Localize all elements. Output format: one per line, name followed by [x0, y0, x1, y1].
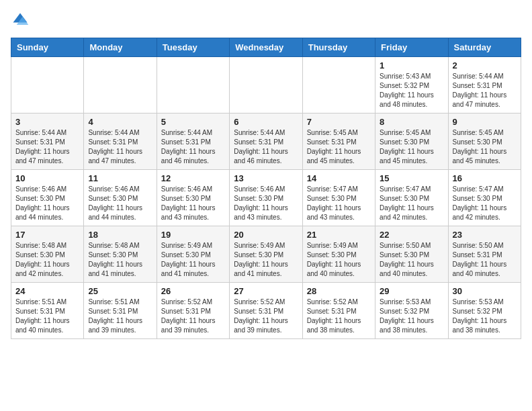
- day-number: 19: [161, 230, 225, 240]
- calendar-cell-4-1: 17Sunrise: 5:48 AM Sunset: 5:30 PM Dayli…: [11, 226, 84, 283]
- calendar-header-saturday: Saturday: [448, 38, 521, 57]
- day-info: Sunrise: 5:53 AM Sunset: 5:32 PM Dayligh…: [453, 298, 517, 335]
- day-number: 9: [453, 117, 517, 127]
- calendar-week-2: 3Sunrise: 5:44 AM Sunset: 5:31 PM Daylig…: [11, 113, 521, 170]
- day-info: Sunrise: 5:49 AM Sunset: 5:30 PM Dayligh…: [307, 241, 371, 279]
- calendar-cell-3-7: 16Sunrise: 5:47 AM Sunset: 5:30 PM Dayli…: [448, 170, 521, 226]
- calendar-header-thursday: Thursday: [302, 38, 375, 57]
- day-number: 8: [380, 117, 443, 127]
- day-number: 26: [161, 286, 225, 296]
- calendar-cell-2-2: 4Sunrise: 5:44 AM Sunset: 5:31 PM Daylig…: [84, 113, 157, 170]
- day-info: Sunrise: 5:49 AM Sunset: 5:30 PM Dayligh…: [161, 241, 225, 279]
- day-info: Sunrise: 5:46 AM Sunset: 5:30 PM Dayligh…: [88, 185, 152, 222]
- day-info: Sunrise: 5:44 AM Sunset: 5:31 PM Dayligh…: [15, 128, 79, 166]
- calendar-cell-1-2: [84, 57, 157, 113]
- day-number: 14: [307, 173, 371, 183]
- calendar-table: SundayMondayTuesdayWednesdayThursdayFrid…: [11, 38, 521, 339]
- day-info: Sunrise: 5:52 AM Sunset: 5:31 PM Dayligh…: [161, 298, 225, 335]
- day-number: 11: [88, 173, 152, 183]
- calendar-cell-4-4: 20Sunrise: 5:49 AM Sunset: 5:30 PM Dayli…: [230, 226, 302, 283]
- day-number: 1: [380, 60, 443, 71]
- day-info: Sunrise: 5:44 AM Sunset: 5:31 PM Dayligh…: [453, 72, 517, 109]
- day-number: 30: [453, 286, 517, 296]
- day-number: 5: [161, 117, 225, 127]
- day-number: 23: [453, 230, 517, 240]
- day-number: 10: [15, 173, 79, 183]
- calendar-cell-4-5: 21Sunrise: 5:49 AM Sunset: 5:30 PM Dayli…: [302, 226, 375, 283]
- calendar-cell-1-4: [230, 57, 302, 113]
- calendar-cell-3-3: 12Sunrise: 5:46 AM Sunset: 5:30 PM Dayli…: [157, 170, 229, 226]
- day-info: Sunrise: 5:52 AM Sunset: 5:31 PM Dayligh…: [307, 298, 371, 335]
- day-info: Sunrise: 5:44 AM Sunset: 5:31 PM Dayligh…: [88, 128, 152, 166]
- day-number: 24: [15, 286, 79, 296]
- day-number: 16: [453, 173, 517, 183]
- calendar-cell-3-5: 14Sunrise: 5:47 AM Sunset: 5:30 PM Dayli…: [302, 170, 375, 226]
- calendar-week-4: 17Sunrise: 5:48 AM Sunset: 5:30 PM Dayli…: [11, 226, 521, 283]
- day-info: Sunrise: 5:46 AM Sunset: 5:30 PM Dayligh…: [15, 185, 79, 222]
- day-info: Sunrise: 5:51 AM Sunset: 5:31 PM Dayligh…: [88, 298, 152, 335]
- page-header: [11, 11, 521, 30]
- day-number: 18: [88, 230, 152, 240]
- day-info: Sunrise: 5:49 AM Sunset: 5:30 PM Dayligh…: [234, 241, 298, 279]
- calendar-cell-5-5: 28Sunrise: 5:52 AM Sunset: 5:31 PM Dayli…: [302, 283, 375, 339]
- calendar-cell-5-1: 24Sunrise: 5:51 AM Sunset: 5:31 PM Dayli…: [11, 283, 84, 339]
- calendar-cell-5-2: 25Sunrise: 5:51 AM Sunset: 5:31 PM Dayli…: [84, 283, 157, 339]
- day-number: 13: [234, 173, 298, 183]
- day-number: 12: [161, 173, 225, 183]
- calendar-cell-1-7: 2Sunrise: 5:44 AM Sunset: 5:31 PM Daylig…: [448, 57, 521, 113]
- logo: [11, 11, 32, 30]
- day-info: Sunrise: 5:44 AM Sunset: 5:31 PM Dayligh…: [161, 128, 225, 166]
- calendar-cell-4-6: 22Sunrise: 5:50 AM Sunset: 5:30 PM Dayli…: [375, 226, 448, 283]
- day-number: 15: [380, 173, 443, 183]
- calendar-cell-4-7: 23Sunrise: 5:50 AM Sunset: 5:31 PM Dayli…: [448, 226, 521, 283]
- calendar-cell-1-6: 1Sunrise: 5:43 AM Sunset: 5:32 PM Daylig…: [375, 57, 448, 113]
- day-info: Sunrise: 5:46 AM Sunset: 5:30 PM Dayligh…: [234, 185, 298, 222]
- day-info: Sunrise: 5:47 AM Sunset: 5:30 PM Dayligh…: [380, 185, 443, 222]
- day-info: Sunrise: 5:51 AM Sunset: 5:31 PM Dayligh…: [15, 298, 79, 335]
- calendar-header-friday: Friday: [375, 38, 448, 57]
- calendar-cell-5-3: 26Sunrise: 5:52 AM Sunset: 5:31 PM Dayli…: [157, 283, 229, 339]
- calendar-cell-2-7: 9Sunrise: 5:45 AM Sunset: 5:30 PM Daylig…: [448, 113, 521, 170]
- day-number: 7: [307, 117, 371, 127]
- calendar-header-monday: Monday: [84, 38, 157, 57]
- day-number: 21: [307, 230, 371, 240]
- calendar-header-sunday: Sunday: [11, 38, 84, 57]
- calendar-cell-3-1: 10Sunrise: 5:46 AM Sunset: 5:30 PM Dayli…: [11, 170, 84, 226]
- calendar-cell-5-4: 27Sunrise: 5:52 AM Sunset: 5:31 PM Dayli…: [230, 283, 302, 339]
- day-info: Sunrise: 5:47 AM Sunset: 5:30 PM Dayligh…: [453, 185, 517, 222]
- calendar-cell-1-5: [302, 57, 375, 113]
- calendar-week-1: 1Sunrise: 5:43 AM Sunset: 5:32 PM Daylig…: [11, 57, 521, 113]
- calendar-week-3: 10Sunrise: 5:46 AM Sunset: 5:30 PM Dayli…: [11, 170, 521, 226]
- day-number: 6: [234, 117, 298, 127]
- day-number: 29: [380, 286, 443, 296]
- calendar-week-5: 24Sunrise: 5:51 AM Sunset: 5:31 PM Dayli…: [11, 283, 521, 339]
- calendar-cell-3-2: 11Sunrise: 5:46 AM Sunset: 5:30 PM Dayli…: [84, 170, 157, 226]
- calendar-cell-2-6: 8Sunrise: 5:45 AM Sunset: 5:30 PM Daylig…: [375, 113, 448, 170]
- day-number: 3: [15, 117, 79, 127]
- day-info: Sunrise: 5:46 AM Sunset: 5:30 PM Dayligh…: [161, 185, 225, 222]
- day-number: 17: [15, 230, 79, 240]
- day-info: Sunrise: 5:52 AM Sunset: 5:31 PM Dayligh…: [234, 298, 298, 335]
- calendar-cell-1-1: [11, 57, 84, 113]
- calendar-header-row: SundayMondayTuesdayWednesdayThursdayFrid…: [11, 38, 521, 57]
- calendar-cell-3-4: 13Sunrise: 5:46 AM Sunset: 5:30 PM Dayli…: [230, 170, 302, 226]
- day-info: Sunrise: 5:53 AM Sunset: 5:32 PM Dayligh…: [380, 298, 443, 335]
- calendar-cell-1-3: [157, 57, 229, 113]
- calendar-cell-2-1: 3Sunrise: 5:44 AM Sunset: 5:31 PM Daylig…: [11, 113, 84, 170]
- day-info: Sunrise: 5:43 AM Sunset: 5:32 PM Dayligh…: [380, 72, 443, 109]
- calendar-cell-2-5: 7Sunrise: 5:45 AM Sunset: 5:31 PM Daylig…: [302, 113, 375, 170]
- day-info: Sunrise: 5:48 AM Sunset: 5:30 PM Dayligh…: [88, 241, 152, 279]
- day-number: 25: [88, 286, 152, 296]
- day-info: Sunrise: 5:50 AM Sunset: 5:31 PM Dayligh…: [453, 241, 517, 279]
- logo-icon: [11, 11, 30, 30]
- day-number: 22: [380, 230, 443, 240]
- day-info: Sunrise: 5:48 AM Sunset: 5:30 PM Dayligh…: [15, 241, 79, 279]
- day-number: 4: [88, 117, 152, 127]
- day-info: Sunrise: 5:44 AM Sunset: 5:31 PM Dayligh…: [234, 128, 298, 166]
- day-number: 20: [234, 230, 298, 240]
- day-info: Sunrise: 5:45 AM Sunset: 5:31 PM Dayligh…: [307, 128, 371, 166]
- day-info: Sunrise: 5:45 AM Sunset: 5:30 PM Dayligh…: [380, 128, 443, 166]
- calendar-cell-5-6: 29Sunrise: 5:53 AM Sunset: 5:32 PM Dayli…: [375, 283, 448, 339]
- calendar-cell-4-2: 18Sunrise: 5:48 AM Sunset: 5:30 PM Dayli…: [84, 226, 157, 283]
- calendar-cell-2-3: 5Sunrise: 5:44 AM Sunset: 5:31 PM Daylig…: [157, 113, 229, 170]
